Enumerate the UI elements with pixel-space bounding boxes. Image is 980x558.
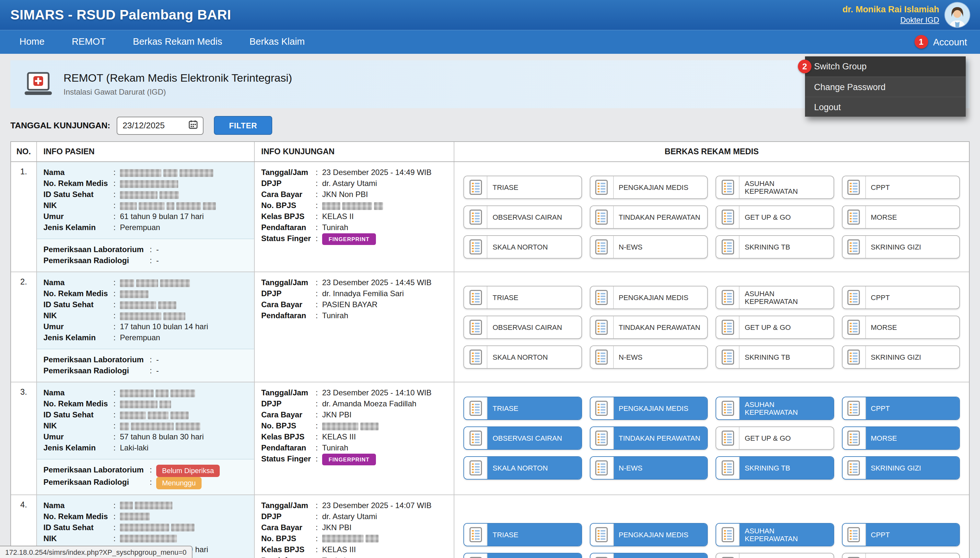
document-button-triase[interactable]: TRIASE bbox=[463, 397, 582, 420]
field-row: Pemeriksaan Radiologi:Menunggu bbox=[43, 477, 248, 489]
document-button-observasi-cairan[interactable]: OBSERVASI CAIRAN bbox=[463, 205, 582, 228]
document-button-skrining-gizi[interactable]: SKRINING GIZI bbox=[842, 345, 960, 368]
document-icon bbox=[716, 176, 740, 198]
document-button-cppt[interactable]: CPPT bbox=[842, 397, 960, 420]
redacted-value bbox=[120, 411, 146, 419]
patient-info-cell: Nama:No. Rekam Medis:ID Satu Sehat:NIK:U… bbox=[37, 272, 255, 382]
field-value bbox=[120, 387, 248, 399]
document-button-label: PENGKAJIAN MEDIS bbox=[614, 176, 707, 198]
document-button-skrining-gizi[interactable]: SKRINING GIZI bbox=[842, 235, 960, 258]
field-label: DPJP bbox=[261, 289, 316, 299]
menu-item-logout[interactable]: Logout bbox=[805, 97, 966, 117]
date-input[interactable]: 23/12/2025 bbox=[117, 117, 204, 135]
field-row: NIK: bbox=[43, 310, 248, 322]
document-button-get-up-go[interactable]: GET UP & GO bbox=[716, 315, 834, 339]
documents-cell: TRIASEPENGKAJIAN MEDISASUHAN KEPERAWATAN… bbox=[454, 162, 969, 272]
nav-account[interactable]: 1 Account bbox=[914, 35, 970, 49]
field-row: Jenis Kelamin:Perempuan bbox=[43, 333, 248, 343]
document-button-skrining-tb[interactable]: SKRINING TB bbox=[716, 235, 834, 258]
document-button-tindakan-perawatan[interactable]: TINDAKAN PERAWATAN bbox=[589, 553, 708, 558]
field-label: Pendaftaran bbox=[261, 443, 316, 454]
menu-item-change-password[interactable]: Change Password bbox=[805, 77, 966, 97]
document-button-morse[interactable]: MORSE bbox=[842, 427, 960, 450]
document-button-humpty-dumpty[interactable]: HUMPTY DUMPTY bbox=[842, 553, 960, 558]
field-row: No. Rekam Medis: bbox=[43, 289, 248, 299]
document-button-get-up-go[interactable]: GET UP & GO bbox=[716, 553, 834, 558]
document-button-tindakan-perawatan[interactable]: TINDAKAN PERAWATAN bbox=[589, 205, 708, 228]
field-row: Nama: bbox=[43, 387, 248, 399]
document-button-label: TRIASE bbox=[488, 286, 581, 308]
document-button-asuhan-keperawatan[interactable]: ASUHAN KEPERAWATAN bbox=[716, 523, 834, 547]
document-button-morse[interactable]: MORSE bbox=[842, 315, 960, 339]
field-row: Pemeriksaan Laboratorium:- bbox=[43, 245, 248, 255]
field-label: Nama bbox=[43, 387, 113, 399]
document-button-pengkajian-medis[interactable]: PENGKAJIAN MEDIS bbox=[589, 523, 708, 547]
document-button-observasi-cairan[interactable]: OBSERVASI CAIRAN bbox=[463, 315, 582, 339]
document-button-pengkajian-medis[interactable]: PENGKAJIAN MEDIS bbox=[589, 286, 708, 309]
document-button-skala-norton[interactable]: SKALA NORTON bbox=[463, 235, 582, 258]
document-button-skrining-gizi[interactable]: SKRINING GIZI bbox=[842, 456, 960, 480]
document-button-get-up-go[interactable]: GET UP & GO bbox=[716, 427, 834, 450]
field-row: Tanggal/Jam:23 Desember 2025 - 14:10 WIB bbox=[261, 387, 447, 399]
field-label: Tanggal/Jam bbox=[261, 500, 316, 511]
field-colon: : bbox=[316, 277, 322, 289]
document-button-triase[interactable]: TRIASE bbox=[463, 175, 582, 199]
document-button-skrining-tb[interactable]: SKRINING TB bbox=[716, 345, 834, 368]
document-button-n-ews[interactable]: N-EWS bbox=[589, 235, 708, 258]
filter-button[interactable]: FILTER bbox=[214, 116, 272, 135]
field-label: No. Rekam Medis bbox=[43, 511, 113, 522]
nav-item-berkas-rekam-medis[interactable]: Berkas Rekam Medis bbox=[119, 30, 236, 54]
document-button-tindakan-perawatan[interactable]: TINDAKAN PERAWATAN bbox=[589, 315, 708, 339]
document-button-skrining-tb[interactable]: SKRINING TB bbox=[716, 456, 834, 480]
document-button-tindakan-perawatan[interactable]: TINDAKAN PERAWATAN bbox=[589, 427, 708, 450]
document-button-pengkajian-medis[interactable]: PENGKAJIAN MEDIS bbox=[589, 397, 708, 420]
field-value bbox=[120, 500, 248, 511]
document-button-triase[interactable]: TRIASE bbox=[463, 286, 582, 309]
document-button-pengkajian-medis[interactable]: PENGKAJIAN MEDIS bbox=[589, 175, 708, 199]
document-button-n-ews[interactable]: N-EWS bbox=[589, 456, 708, 480]
visit-info-cell: Tanggal/Jam:23 Desember 2025 - 14:49 WIB… bbox=[255, 162, 454, 272]
document-icon bbox=[590, 457, 614, 479]
field-row: Jenis Kelamin:Perempuan bbox=[43, 222, 248, 233]
account-dropdown-menu: 2 Switch Group Change Password Logout bbox=[805, 56, 966, 117]
document-button-cppt[interactable]: CPPT bbox=[842, 286, 960, 309]
document-button-label: GET UP & GO bbox=[740, 553, 833, 558]
field-label: Jenis Kelamin bbox=[43, 443, 113, 454]
documents-grid: TRIASEPENGKAJIAN MEDISASUHAN KEPERAWATAN… bbox=[463, 523, 960, 558]
document-icon bbox=[842, 553, 866, 558]
row-number-cell: 3. bbox=[11, 382, 37, 494]
document-button-cppt[interactable]: CPPT bbox=[842, 175, 960, 199]
document-button-cppt[interactable]: CPPT bbox=[842, 523, 960, 547]
field-row: Tanggal/Jam:23 Desember 2025 - 14:45 WIB bbox=[261, 277, 447, 289]
document-button-skala-norton[interactable]: SKALA NORTON bbox=[463, 456, 582, 480]
document-button-label: TRIASE bbox=[488, 397, 581, 420]
document-button-get-up-go[interactable]: GET UP & GO bbox=[716, 205, 834, 228]
document-icon bbox=[842, 346, 866, 368]
document-button-asuhan-keperawatan[interactable]: ASUHAN KEPERAWATAN bbox=[716, 397, 834, 420]
document-button-asuhan-keperawatan[interactable]: ASUHAN KEPERAWATAN bbox=[716, 286, 834, 309]
field-value bbox=[120, 399, 248, 410]
nav-item-remot[interactable]: REMOT bbox=[58, 30, 119, 54]
field-colon: : bbox=[316, 511, 322, 522]
field-label: Nama bbox=[43, 277, 113, 289]
document-button-asuhan-keperawatan[interactable]: ASUHAN KEPERAWATAN bbox=[716, 175, 834, 199]
field-row: Cara Bayar:JKN PBI bbox=[261, 410, 447, 420]
user-role-link[interactable]: Dokter IGD bbox=[842, 16, 939, 26]
nav-item-berkas-klaim[interactable]: Berkas Klaim bbox=[236, 30, 318, 54]
avatar[interactable] bbox=[945, 3, 970, 27]
document-button-observasi-cairan[interactable]: OBSERVASI CAIRAN bbox=[463, 553, 582, 558]
document-button-morse[interactable]: MORSE bbox=[842, 205, 960, 228]
document-button-triase[interactable]: TRIASE bbox=[463, 523, 582, 547]
field-value: dr. Innadya Femilia Sari bbox=[322, 289, 447, 299]
field-label: No. Rekam Medis bbox=[43, 399, 113, 410]
document-button-label: PENGKAJIAN MEDIS bbox=[614, 286, 707, 308]
menu-item-switch-group[interactable]: Switch Group bbox=[805, 56, 966, 77]
document-button-skala-norton[interactable]: SKALA NORTON bbox=[463, 345, 582, 368]
nav-item-home[interactable]: Home bbox=[10, 30, 58, 54]
callout-2-badge: 2 bbox=[798, 60, 811, 73]
document-button-observasi-cairan[interactable]: OBSERVASI CAIRAN bbox=[463, 427, 582, 450]
field-value: - bbox=[156, 354, 248, 366]
document-button-label: CPPT bbox=[866, 397, 959, 420]
document-button-n-ews[interactable]: N-EWS bbox=[589, 345, 708, 368]
document-icon bbox=[716, 553, 740, 558]
